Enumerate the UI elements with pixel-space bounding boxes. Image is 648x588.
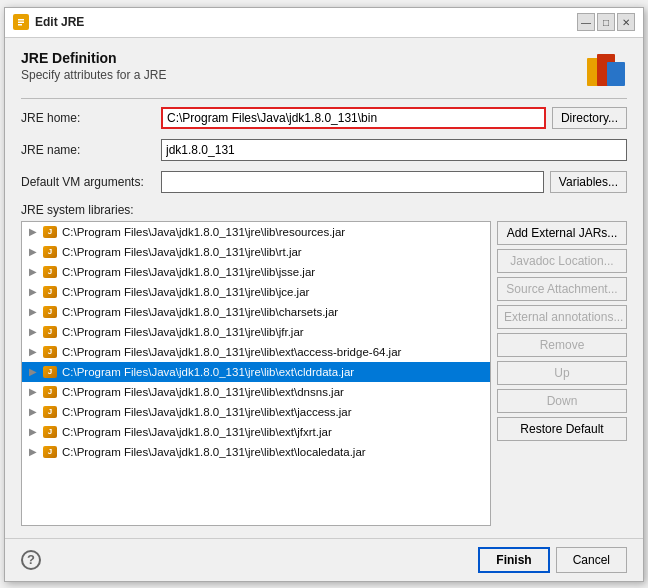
vm-args-row: Default VM arguments: Variables...: [21, 171, 627, 193]
jar-file-icon: J: [42, 344, 58, 360]
jar-file-icon: J: [42, 304, 58, 320]
cancel-button[interactable]: Cancel: [556, 547, 627, 573]
library-path: C:\Program Files\Java\jdk1.8.0_131\jre\l…: [62, 286, 309, 298]
libraries-container: ▶JC:\Program Files\Java\jdk1.8.0_131\jre…: [21, 221, 627, 526]
jar-file-icon: J: [42, 244, 58, 260]
list-item[interactable]: ▶JC:\Program Files\Java\jdk1.8.0_131\jre…: [22, 242, 490, 262]
libraries-list[interactable]: ▶JC:\Program Files\Java\jdk1.8.0_131\jre…: [21, 221, 491, 526]
minimize-button[interactable]: —: [577, 13, 595, 31]
list-item[interactable]: ▶JC:\Program Files\Java\jdk1.8.0_131\jre…: [22, 442, 490, 462]
library-path: C:\Program Files\Java\jdk1.8.0_131\jre\l…: [62, 246, 302, 258]
jar-file-icon: J: [42, 404, 58, 420]
bottom-bar: ? Finish Cancel: [5, 538, 643, 581]
header-divider: [21, 98, 627, 99]
library-path: C:\Program Files\Java\jdk1.8.0_131\jre\l…: [62, 326, 304, 338]
library-path: C:\Program Files\Java\jdk1.8.0_131\jre\l…: [62, 266, 315, 278]
jar-file-icon: J: [42, 264, 58, 280]
edit-jre-dialog: Edit JRE — □ ✕ JRE Definition Specify at…: [4, 7, 644, 582]
directory-button[interactable]: Directory...: [552, 107, 627, 129]
jar-file-icon: J: [42, 444, 58, 460]
list-item[interactable]: ▶JC:\Program Files\Java\jdk1.8.0_131\jre…: [22, 302, 490, 322]
libraries-section: JRE system libraries: ▶JC:\Program Files…: [21, 203, 627, 526]
jre-icon: [587, 50, 627, 86]
restore-default-button[interactable]: Restore Default: [497, 417, 627, 441]
vm-args-input[interactable]: [161, 171, 544, 193]
jar-file-icon: J: [42, 284, 58, 300]
remove-button[interactable]: Remove: [497, 333, 627, 357]
add-external-jars-button[interactable]: Add External JARs...: [497, 221, 627, 245]
header-text: JRE Definition Specify attributes for a …: [21, 50, 166, 82]
expand-arrow-icon[interactable]: ▶: [26, 425, 40, 439]
dialog-icon: [13, 14, 29, 30]
dialog-subtitle: Specify attributes for a JRE: [21, 68, 166, 82]
library-path: C:\Program Files\Java\jdk1.8.0_131\jre\l…: [62, 426, 332, 438]
list-item[interactable]: ▶JC:\Program Files\Java\jdk1.8.0_131\jre…: [22, 222, 490, 242]
dialog-content: JRE Definition Specify attributes for a …: [5, 38, 643, 538]
finish-button[interactable]: Finish: [478, 547, 549, 573]
dialog-heading: JRE Definition: [21, 50, 166, 66]
jre-home-row: JRE home: Directory...: [21, 107, 627, 129]
help-button[interactable]: ?: [21, 550, 41, 570]
expand-arrow-icon[interactable]: ▶: [26, 405, 40, 419]
expand-arrow-icon[interactable]: ▶: [26, 245, 40, 259]
vm-args-label: Default VM arguments:: [21, 175, 161, 189]
svg-rect-2: [18, 22, 24, 24]
variables-button[interactable]: Variables...: [550, 171, 627, 193]
svg-rect-3: [18, 24, 22, 26]
javadoc-location-button[interactable]: Javadoc Location...: [497, 249, 627, 273]
maximize-button[interactable]: □: [597, 13, 615, 31]
close-button[interactable]: ✕: [617, 13, 635, 31]
jre-name-label: JRE name:: [21, 143, 161, 157]
up-button[interactable]: Up: [497, 361, 627, 385]
title-bar: Edit JRE — □ ✕: [5, 8, 643, 38]
expand-arrow-icon[interactable]: ▶: [26, 325, 40, 339]
window-title: Edit JRE: [35, 15, 84, 29]
jar-file-icon: J: [42, 324, 58, 340]
list-item[interactable]: ▶JC:\Program Files\Java\jdk1.8.0_131\jre…: [22, 262, 490, 282]
library-path: C:\Program Files\Java\jdk1.8.0_131\jre\l…: [62, 346, 401, 358]
library-path: C:\Program Files\Java\jdk1.8.0_131\jre\l…: [62, 226, 345, 238]
list-item[interactable]: ▶JC:\Program Files\Java\jdk1.8.0_131\jre…: [22, 342, 490, 362]
jar-file-icon: J: [42, 424, 58, 440]
external-annotations-button[interactable]: External annotations...: [497, 305, 627, 329]
expand-arrow-icon[interactable]: ▶: [26, 345, 40, 359]
dialog-buttons: Finish Cancel: [478, 547, 627, 573]
jre-name-row: JRE name:: [21, 139, 627, 161]
library-path: C:\Program Files\Java\jdk1.8.0_131\jre\l…: [62, 406, 352, 418]
jar-file-icon: J: [42, 364, 58, 380]
header-section: JRE Definition Specify attributes for a …: [21, 50, 627, 86]
list-item[interactable]: ▶JC:\Program Files\Java\jdk1.8.0_131\jre…: [22, 362, 490, 382]
library-path: C:\Program Files\Java\jdk1.8.0_131\jre\l…: [62, 386, 344, 398]
expand-arrow-icon[interactable]: ▶: [26, 305, 40, 319]
expand-arrow-icon[interactable]: ▶: [26, 385, 40, 399]
book-icon-3: [607, 62, 625, 86]
down-button[interactable]: Down: [497, 389, 627, 413]
list-item[interactable]: ▶JC:\Program Files\Java\jdk1.8.0_131\jre…: [22, 422, 490, 442]
expand-arrow-icon[interactable]: ▶: [26, 285, 40, 299]
jre-home-label: JRE home:: [21, 111, 161, 125]
list-item[interactable]: ▶JC:\Program Files\Java\jdk1.8.0_131\jre…: [22, 402, 490, 422]
jar-file-icon: J: [42, 224, 58, 240]
jre-home-input[interactable]: [161, 107, 546, 129]
expand-arrow-icon[interactable]: ▶: [26, 365, 40, 379]
list-item[interactable]: ▶JC:\Program Files\Java\jdk1.8.0_131\jre…: [22, 322, 490, 342]
jar-file-icon: J: [42, 384, 58, 400]
list-item[interactable]: ▶JC:\Program Files\Java\jdk1.8.0_131\jre…: [22, 382, 490, 402]
expand-arrow-icon[interactable]: ▶: [26, 225, 40, 239]
source-attachment-button[interactable]: Source Attachment...: [497, 277, 627, 301]
jre-name-input[interactable]: [161, 139, 627, 161]
list-item[interactable]: ▶JC:\Program Files\Java\jdk1.8.0_131\jre…: [22, 282, 490, 302]
expand-arrow-icon[interactable]: ▶: [26, 445, 40, 459]
library-path: C:\Program Files\Java\jdk1.8.0_131\jre\l…: [62, 306, 338, 318]
window-controls: — □ ✕: [577, 13, 635, 31]
library-path: C:\Program Files\Java\jdk1.8.0_131\jre\l…: [62, 446, 366, 458]
library-path: C:\Program Files\Java\jdk1.8.0_131\jre\l…: [62, 366, 354, 378]
expand-arrow-icon[interactable]: ▶: [26, 265, 40, 279]
title-bar-left: Edit JRE: [13, 14, 84, 30]
svg-rect-1: [18, 19, 24, 21]
libraries-label: JRE system libraries:: [21, 203, 627, 217]
library-actions: Add External JARs... Javadoc Location...…: [497, 221, 627, 526]
